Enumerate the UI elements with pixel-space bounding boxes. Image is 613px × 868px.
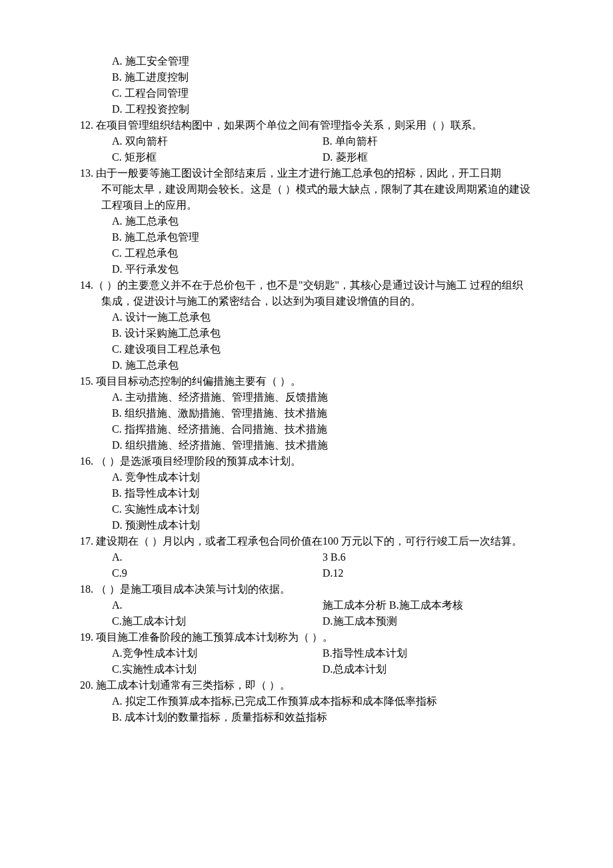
q20-option-b: B. 成本计划的数量指标，质量指标和效益指标 xyxy=(112,709,533,725)
q17-option-d: D.12 xyxy=(322,565,533,581)
q15-option-a: A. 主动措施、经济措施、管理措施、反馈措施 xyxy=(112,389,533,405)
q14-option-b: B. 设计采购施工总承包 xyxy=(112,325,533,341)
exam-content: A. 施工安全管理 B. 施工进度控制 C. 工程合同管理 D. 工程投资控制 … xyxy=(80,53,533,725)
q16-option-b: B. 指导性成本计划 xyxy=(112,485,533,501)
q15-option-b: B. 组织措施、激励措施、管理措施、技术措施 xyxy=(112,405,533,421)
q18-option-ab: 施工成本分析 B.施工成本考核 xyxy=(322,597,533,613)
q19-option-b: B.指导性成本计划 xyxy=(322,645,533,661)
q19-option-d: D.总成本计划 xyxy=(322,661,533,677)
q16-option-d: D. 预测性成本计划 xyxy=(112,517,533,533)
q20-option-a: A. 拟定工作预算成本指标,已完成工作预算成本指标和成本降低率指标 xyxy=(112,693,533,709)
q11-option-a: A. 施工安全管理 xyxy=(112,53,533,69)
q17-stem: 17. 建设期在（ ）月以内，或者工程承包合同价值在100 万元以下的，可行行竣… xyxy=(80,533,533,549)
q17-option-c: C.9 xyxy=(112,565,322,581)
q20-stem: 20. 施工成本计划通常有三类指标，即（ ）。 xyxy=(80,677,533,693)
q16-stem: 16. （ ）是选派项目经理阶段的预算成本计划。 xyxy=(80,453,533,469)
q15-option-d: D. 组织措施、经济措施、管理措施、技术措施 xyxy=(112,437,533,453)
q12-option-b: B. 单向箭杆 xyxy=(322,133,533,149)
q12-stem: 12. 在项目管理组织结构图中，如果两个单位之间有管理指令关系，则采用（ ）联系… xyxy=(80,117,533,133)
q17-option-ab: 3 B.6 xyxy=(322,549,533,565)
q19-option-a: A.竞争性成本计划 xyxy=(112,645,322,661)
q13-option-b: B. 施工总承包管理 xyxy=(112,229,533,245)
q13-option-d: D. 平行承发包 xyxy=(112,261,533,277)
q11-option-d: D. 工程投资控制 xyxy=(112,101,533,117)
q14-option-d: D. 施工总承包 xyxy=(112,357,533,373)
q18-option-d: D.施工成本预测 xyxy=(322,613,533,629)
q13-option-a: A. 施工总承包 xyxy=(112,213,533,229)
q18-option-a: A. xyxy=(112,597,322,613)
q11-option-b: B. 施工进度控制 xyxy=(112,69,533,85)
q15-stem: 15. 项目目标动态控制的纠偏措施主要有（ ）。 xyxy=(80,373,533,389)
q19-stem: 19. 项目施工准备阶段的施工预算成本计划称为（ ）。 xyxy=(80,629,533,645)
q15-option-c: C. 指挥措施、经济措施、合同措施、技术措施 xyxy=(112,421,533,437)
q14-option-c: C. 建设项目工程总承包 xyxy=(112,341,533,357)
q12-option-c: C. 矩形框 xyxy=(112,149,322,165)
q13-option-c: C. 工程总承包 xyxy=(112,245,533,261)
q11-option-c: C. 工程合同管理 xyxy=(112,85,533,101)
q18-option-c: C.施工成本计划 xyxy=(112,613,322,629)
q16-option-a: A. 竞争性成本计划 xyxy=(112,469,533,485)
q14-option-a: A. 设计一施工总承包 xyxy=(112,309,533,325)
q18-stem: 18. （ ）是施工项目成本决策与计划的依据。 xyxy=(80,581,533,597)
q16-option-c: C. 实施性成本计划 xyxy=(112,501,533,517)
q13-stem-2: 不可能太早，建设周期会较长。这是（ ）模式的最大缺点，限制了其在建设周期紧迫的建… xyxy=(101,181,533,213)
q17-option-a: A. xyxy=(112,549,322,565)
q12-option-a: A. 双向箭杆 xyxy=(112,133,322,149)
q19-option-c: C.实施性成本计划 xyxy=(112,661,322,677)
q14-stem: 14.（ ）的主要意义并不在于总价包干，也不是"交钥匙"，其核心是通过设计与施工… xyxy=(80,277,533,309)
q13-stem-1: 13. 由于一般要等施工图设计全部结束后，业主才进行施工总承包的招标，因此，开工… xyxy=(80,165,533,181)
q12-option-d: D. 菱形框 xyxy=(322,149,533,165)
